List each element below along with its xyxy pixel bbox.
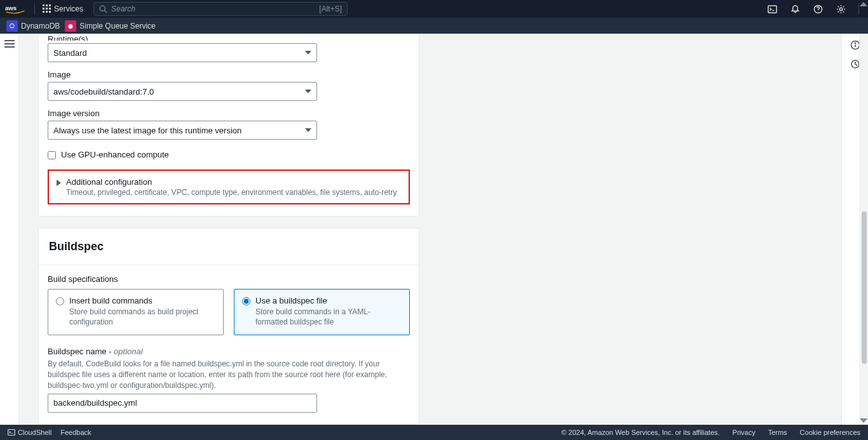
svg-rect-3 bbox=[768, 5, 776, 12]
scroll-up-icon[interactable] bbox=[860, 2, 867, 6]
runtime-value: Standard bbox=[53, 48, 87, 58]
aws-logo[interactable]: aws bbox=[5, 4, 25, 14]
chevron-down-icon bbox=[305, 51, 311, 55]
buildspec-card: Buildspec Build specifications Insert bu… bbox=[38, 228, 419, 425]
footer: CloudShell Feedback © 2024, Amazon Web S… bbox=[0, 425, 868, 440]
radio-use-buildspec-file-input[interactable] bbox=[242, 297, 250, 305]
image-value: aws/codebuild/standard:7.0 bbox=[53, 87, 154, 97]
image-label: Image bbox=[48, 70, 410, 79]
gpu-checkbox[interactable] bbox=[48, 151, 56, 159]
radio-sub: Store build commands as build project co… bbox=[69, 307, 215, 327]
services-label: Services bbox=[54, 4, 83, 13]
scroll-down-icon[interactable] bbox=[860, 418, 867, 423]
additional-configuration-toggle[interactable]: Additional configuration Timeout, privil… bbox=[48, 170, 410, 204]
svg-point-8 bbox=[855, 43, 855, 43]
svg-point-1 bbox=[100, 6, 105, 11]
top-nav: aws Services [Alt+S] bbox=[0, 0, 868, 18]
image-select[interactable]: aws/codebuild/standard:7.0 bbox=[48, 82, 317, 101]
chevron-down-icon bbox=[305, 90, 311, 93]
image-version-label: Image version bbox=[48, 109, 410, 118]
bell-icon[interactable] bbox=[786, 2, 804, 16]
feedback-link[interactable]: Feedback bbox=[60, 429, 91, 436]
dynamodb-icon: ⎔ bbox=[6, 20, 18, 32]
gear-icon[interactable] bbox=[832, 2, 850, 16]
content-area: Runtime(s) Standard Image aws/codebuild/… bbox=[19, 34, 841, 425]
nav-divider bbox=[34, 3, 35, 15]
help-icon[interactable] bbox=[809, 2, 827, 16]
pinned-label: Simple Queue Service bbox=[79, 22, 155, 30]
additional-config-subtitle: Timeout, privileged, certificate, VPC, c… bbox=[66, 188, 397, 197]
search-shortcut: [Alt+S] bbox=[319, 4, 342, 13]
cloudshell-link[interactable]: CloudShell bbox=[8, 429, 51, 436]
search-bar[interactable]: [Alt+S] bbox=[93, 2, 348, 16]
buildspec-header: Buildspec bbox=[39, 229, 419, 265]
radio-insert-commands[interactable]: Insert build commands Store build comman… bbox=[48, 289, 224, 335]
buildspec-name-label: Buildspec name - optional bbox=[48, 347, 410, 356]
runtime-label: Runtime(s) bbox=[48, 34, 410, 41]
sqs-icon: ◉ bbox=[65, 20, 76, 32]
pinned-services-row: ⎔ DynamoDB ◉ Simple Queue Service bbox=[0, 18, 868, 34]
radio-use-buildspec-file[interactable]: Use a buildspec file Store build command… bbox=[234, 289, 410, 335]
privacy-link[interactable]: Privacy bbox=[733, 429, 756, 436]
copyright: © 2024, Amazon Web Services, Inc. or its… bbox=[561, 429, 719, 436]
buildspec-name-help: By default, CodeBuild looks for a file n… bbox=[48, 359, 410, 390]
radio-sub: Store build commands in a YAML-formatted… bbox=[255, 307, 402, 327]
radio-title: Insert build commands bbox=[69, 296, 215, 305]
additional-config-title: Additional configuration bbox=[66, 177, 397, 187]
triangle-right-icon bbox=[57, 180, 61, 186]
grid-icon bbox=[43, 4, 51, 13]
buildspec-section-label: Build specifications bbox=[48, 274, 410, 284]
cookies-link[interactable]: Cookie preferences bbox=[800, 429, 860, 436]
buildspec-name-input[interactable] bbox=[48, 394, 317, 413]
scrollbar[interactable] bbox=[859, 34, 868, 425]
scrollbar-thumb[interactable] bbox=[862, 211, 867, 364]
search-icon bbox=[99, 5, 107, 13]
radio-title: Use a buildspec file bbox=[255, 296, 402, 305]
pinned-dynamodb[interactable]: ⎔ DynamoDB bbox=[6, 20, 60, 32]
runtime-select[interactable]: Standard bbox=[48, 43, 317, 62]
radio-insert-commands-input[interactable] bbox=[56, 297, 64, 305]
gpu-checkbox-row[interactable]: Use GPU-enhanced compute bbox=[48, 150, 410, 159]
search-input[interactable] bbox=[111, 4, 238, 13]
terms-link[interactable]: Terms bbox=[768, 429, 787, 436]
hamburger-icon[interactable] bbox=[4, 40, 15, 48]
cloudshell-icon[interactable] bbox=[763, 2, 781, 16]
chevron-down-icon bbox=[305, 128, 311, 132]
image-version-select[interactable]: Always use the latest image for this run… bbox=[48, 121, 317, 140]
left-rail bbox=[0, 34, 19, 425]
pinned-label: DynamoDB bbox=[21, 22, 60, 30]
nav-divider bbox=[858, 3, 859, 15]
svg-point-5 bbox=[839, 8, 842, 10]
pinned-sqs[interactable]: ◉ Simple Queue Service bbox=[65, 20, 155, 32]
services-menu[interactable]: Services bbox=[39, 4, 87, 13]
environment-card: Runtime(s) Standard Image aws/codebuild/… bbox=[38, 34, 419, 217]
svg-line-2 bbox=[105, 10, 107, 13]
gpu-label: Use GPU-enhanced compute bbox=[61, 150, 169, 159]
image-version-value: Always use the latest image for this run… bbox=[53, 126, 241, 135]
svg-text:aws: aws bbox=[5, 4, 17, 11]
svg-rect-10 bbox=[8, 430, 15, 436]
